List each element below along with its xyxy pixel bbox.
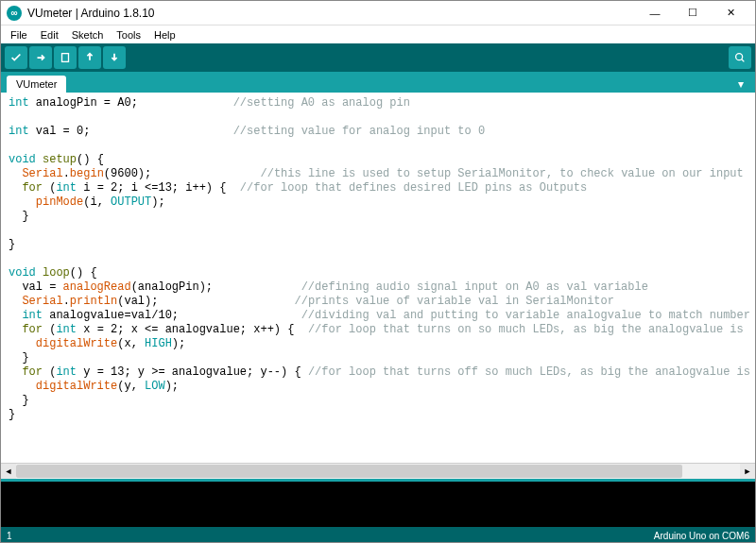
menu-help[interactable]: Help bbox=[148, 28, 181, 42]
scroll-thumb[interactable] bbox=[16, 465, 682, 478]
sketch-tab[interactable]: VUmeter bbox=[7, 76, 66, 93]
window-controls: — ☐ ✕ bbox=[636, 2, 749, 25]
statusbar: 1 Arduino Uno on COM6 bbox=[1, 527, 755, 543]
scroll-track[interactable] bbox=[16, 464, 740, 479]
output-console[interactable] bbox=[1, 478, 755, 527]
menu-tools[interactable]: Tools bbox=[111, 28, 146, 42]
maximize-button[interactable]: ☐ bbox=[674, 2, 712, 25]
menu-edit[interactable]: Edit bbox=[35, 28, 64, 42]
svg-point-1 bbox=[736, 54, 743, 60]
menu-file[interactable]: File bbox=[5, 28, 33, 42]
close-button[interactable]: ✕ bbox=[712, 2, 749, 25]
open-button[interactable] bbox=[78, 46, 101, 69]
titlebar: ∞ VUmeter | Arduino 1.8.10 — ☐ ✕ bbox=[1, 1, 755, 25]
new-button[interactable] bbox=[54, 46, 77, 69]
menu-sketch[interactable]: Sketch bbox=[66, 28, 110, 42]
scroll-left-arrow[interactable]: ◄ bbox=[1, 464, 16, 479]
line-number: 1 bbox=[7, 531, 12, 541]
app-icon: ∞ bbox=[7, 6, 22, 21]
serial-monitor-button[interactable] bbox=[729, 46, 751, 69]
horizontal-scrollbar[interactable]: ◄ ► bbox=[1, 463, 755, 478]
svg-rect-0 bbox=[62, 54, 69, 62]
verify-button[interactable] bbox=[5, 46, 27, 69]
toolbar bbox=[1, 43, 755, 72]
tab-menu-button[interactable]: ▾ bbox=[732, 76, 749, 93]
upload-button[interactable] bbox=[29, 46, 52, 69]
tab-strip: VUmeter ▾ bbox=[1, 72, 755, 93]
code-editor[interactable]: int analogPin = A0; //setting A0 as anal… bbox=[1, 93, 755, 463]
board-port-label: Arduino Uno on COM6 bbox=[654, 531, 749, 541]
minimize-button[interactable]: — bbox=[636, 2, 674, 25]
save-button[interactable] bbox=[103, 46, 126, 69]
menubar: File Edit Sketch Tools Help bbox=[1, 25, 755, 43]
scroll-right-arrow[interactable]: ► bbox=[740, 464, 755, 479]
window-title: VUmeter | Arduino 1.8.10 bbox=[27, 7, 636, 20]
